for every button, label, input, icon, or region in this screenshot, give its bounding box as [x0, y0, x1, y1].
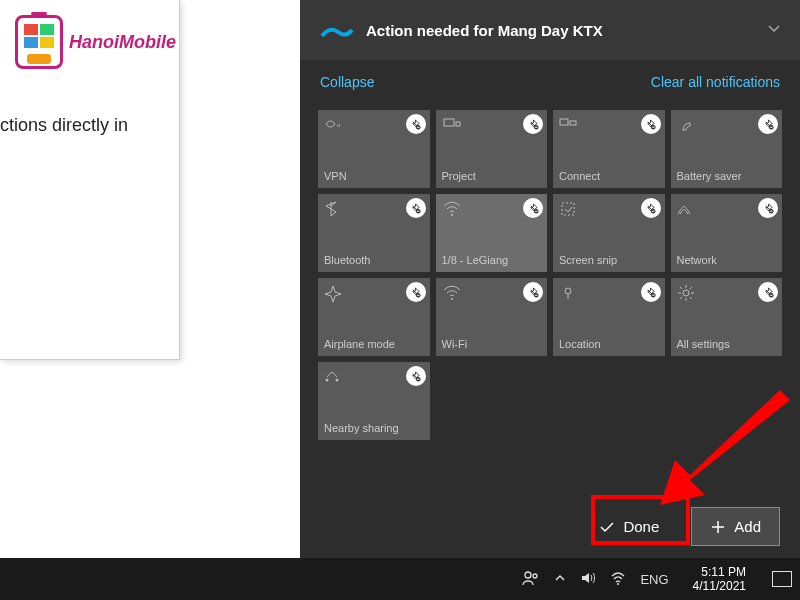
- tile-label: Connect: [559, 170, 659, 182]
- svg-point-26: [533, 574, 537, 578]
- language-indicator[interactable]: ENG: [640, 572, 668, 587]
- unpin-icon[interactable]: [758, 282, 778, 302]
- unpin-icon[interactable]: [641, 114, 661, 134]
- tile-label: All settings: [677, 338, 777, 350]
- tile-wifi[interactable]: Wi-Fi: [436, 278, 548, 356]
- app-icon: [318, 12, 354, 48]
- system-tray: ENG 5:11 PM 4/11/2021: [522, 565, 792, 594]
- background-text: ctions directly in: [0, 115, 128, 136]
- unpin-icon[interactable]: [406, 366, 426, 386]
- tile-share[interactable]: Nearby sharing: [318, 362, 430, 440]
- tile-settings[interactable]: All settings: [671, 278, 783, 356]
- tile-bluetooth[interactable]: Bluetooth: [318, 194, 430, 272]
- tile-airplane[interactable]: Airplane mode: [318, 278, 430, 356]
- unpin-icon[interactable]: [641, 282, 661, 302]
- people-icon[interactable]: [522, 569, 540, 590]
- taskbar: ENG 5:11 PM 4/11/2021: [0, 558, 800, 600]
- svg-point-21: [683, 290, 689, 296]
- unpin-icon[interactable]: [523, 198, 543, 218]
- date-text: 4/11/2021: [693, 579, 746, 593]
- tile-wifi[interactable]: 1/8 - LeGiang: [436, 194, 548, 272]
- add-button[interactable]: Add: [691, 507, 780, 546]
- clear-all-link[interactable]: Clear all notifications: [651, 74, 780, 90]
- add-label: Add: [734, 518, 761, 535]
- tile-label: Wi-Fi: [442, 338, 542, 350]
- unpin-icon[interactable]: [406, 114, 426, 134]
- logo-phone-icon: [15, 15, 63, 69]
- action-center-panel: Action needed for Mang Day KTX Collapse …: [300, 0, 800, 558]
- unpin-icon[interactable]: [523, 114, 543, 134]
- check-icon: [599, 519, 615, 535]
- tile-vpn[interactable]: o VPN: [318, 110, 430, 188]
- tile-network[interactable]: Network: [671, 194, 783, 272]
- plus-icon: [710, 519, 726, 535]
- svg-rect-4: [456, 122, 460, 126]
- svg-rect-6: [560, 119, 568, 125]
- tile-label: Location: [559, 338, 659, 350]
- wifi-tray-icon[interactable]: [610, 570, 626, 589]
- unpin-icon[interactable]: [406, 198, 426, 218]
- unpin-icon[interactable]: [523, 282, 543, 302]
- tile-connect[interactable]: Connect: [553, 110, 665, 188]
- tile-location[interactable]: Location: [553, 278, 665, 356]
- tile-label: Screen snip: [559, 254, 659, 266]
- svg-point-19: [565, 288, 571, 294]
- tile-battery[interactable]: Battery saver: [671, 110, 783, 188]
- tile-label: VPN: [324, 170, 424, 182]
- tile-label: Project: [442, 170, 542, 182]
- tile-label: Bluetooth: [324, 254, 424, 266]
- tile-label: 1/8 - LeGiang: [442, 254, 542, 266]
- logo-text: HanoiMobile: [69, 32, 176, 53]
- notification-header[interactable]: Action needed for Mang Day KTX: [300, 0, 800, 60]
- svg-point-17: [451, 298, 453, 300]
- unpin-icon[interactable]: [406, 282, 426, 302]
- done-button[interactable]: Done: [581, 508, 677, 545]
- clock[interactable]: 5:11 PM 4/11/2021: [693, 565, 746, 594]
- chevron-up-icon[interactable]: [554, 572, 566, 587]
- svg-rect-13: [562, 203, 574, 215]
- svg-point-25: [525, 572, 531, 578]
- svg-point-24: [336, 379, 339, 382]
- tile-label: Airplane mode: [324, 338, 424, 350]
- volume-icon[interactable]: [580, 570, 596, 589]
- collapse-link[interactable]: Collapse: [320, 74, 374, 90]
- quick-action-tiles: o VPN Project Connect Battery saver: [300, 104, 800, 446]
- svg-point-11: [451, 214, 453, 216]
- svg-point-23: [326, 379, 329, 382]
- tile-label: Battery saver: [677, 170, 777, 182]
- action-links-row: Collapse Clear all notifications: [300, 60, 800, 104]
- watermark-logo: HanoiMobile: [15, 15, 176, 69]
- tile-snip[interactable]: Screen snip: [553, 194, 665, 272]
- time-text: 5:11 PM: [693, 565, 746, 579]
- svg-point-27: [617, 583, 619, 585]
- done-label: Done: [623, 518, 659, 535]
- unpin-icon[interactable]: [758, 198, 778, 218]
- action-center-tray-icon[interactable]: [772, 571, 792, 587]
- svg-rect-3: [444, 119, 454, 126]
- unpin-icon[interactable]: [641, 198, 661, 218]
- svg-rect-7: [570, 121, 576, 125]
- tile-project[interactable]: Project: [436, 110, 548, 188]
- tile-label: Network: [677, 254, 777, 266]
- unpin-icon[interactable]: [758, 114, 778, 134]
- tile-label: Nearby sharing: [324, 422, 424, 434]
- edit-actions-row: Done Add: [581, 507, 780, 546]
- chevron-down-icon[interactable]: [766, 20, 782, 40]
- notification-title: Action needed for Mang Day KTX: [366, 22, 766, 39]
- svg-text:o: o: [337, 122, 341, 128]
